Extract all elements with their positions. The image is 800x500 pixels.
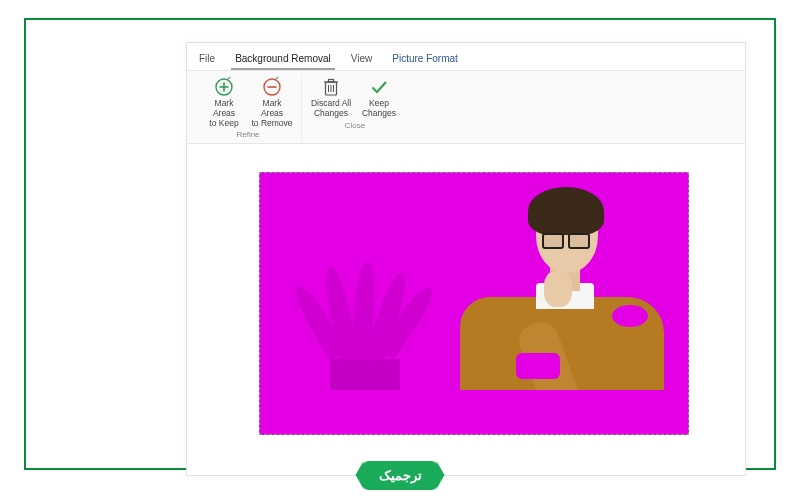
- app-window: File Background Removal View Picture For…: [186, 42, 746, 476]
- document-canvas[interactable]: [187, 144, 745, 475]
- check-icon: [369, 77, 389, 97]
- ribbon: Mark Areas to Keep Mark Areas to Remove: [187, 71, 745, 144]
- discard-label: Discard All Changes: [311, 99, 351, 119]
- ribbon-group-close: Discard All Changes Keep Changes: [302, 75, 408, 141]
- close-group-label: Close: [345, 121, 365, 132]
- mark-keep-label: Mark Areas to Keep: [203, 99, 245, 128]
- discard-all-changes-button[interactable]: Discard All Changes: [308, 75, 354, 119]
- tab-view[interactable]: View: [343, 49, 381, 70]
- tab-file[interactable]: File: [191, 49, 223, 70]
- selected-picture[interactable]: [259, 172, 689, 435]
- desk-surface: [260, 390, 688, 434]
- plant-illustration: [300, 259, 430, 409]
- tab-background-removal[interactable]: Background Removal: [227, 49, 339, 70]
- tab-bar: File Background Removal View Picture For…: [187, 43, 745, 71]
- keep-label: Keep Changes: [362, 99, 396, 119]
- refine-group-label: Refine: [236, 130, 259, 141]
- plus-circle-icon: [214, 77, 234, 97]
- watermark-badge: ترجمیک: [363, 461, 438, 490]
- mark-areas-to-keep-button[interactable]: Mark Areas to Keep: [201, 75, 247, 128]
- mark-remove-label: Mark Areas to Remove: [251, 99, 293, 128]
- keep-changes-button[interactable]: Keep Changes: [356, 75, 402, 119]
- tab-picture-format[interactable]: Picture Format: [384, 49, 466, 70]
- svg-line-3: [227, 77, 232, 80]
- svg-line-6: [275, 77, 280, 80]
- minus-circle-icon: [262, 77, 282, 97]
- guide-frame: File Background Removal View Picture For…: [24, 18, 776, 470]
- removal-mask-region: [516, 353, 560, 379]
- ribbon-group-refine: Mark Areas to Keep Mark Areas to Remove: [195, 75, 302, 141]
- mark-areas-to-remove-button[interactable]: Mark Areas to Remove: [249, 75, 295, 128]
- trash-icon: [321, 77, 341, 97]
- svg-rect-9: [329, 80, 334, 83]
